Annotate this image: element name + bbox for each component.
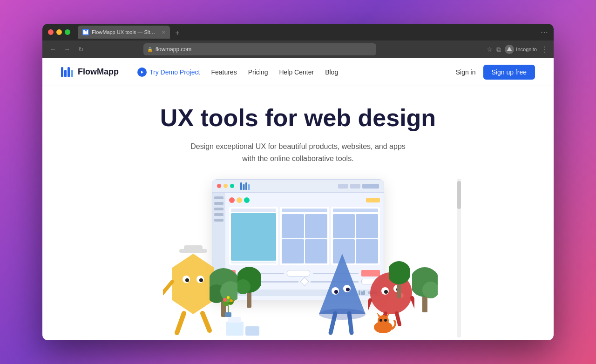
svg-marker-59 [377,312,380,317]
mockup-card [229,207,278,265]
svg-rect-49 [247,291,251,308]
traffic-lights [48,29,70,35]
character-blue-triangle [317,249,368,337]
svg-rect-72 [245,326,259,336]
svg-rect-52 [422,296,427,312]
svg-point-20 [199,278,203,282]
mockup-sidebar-icon [214,219,224,222]
svg-rect-7 [71,70,73,77]
svg-point-61 [379,319,382,322]
mockup-sidebar-icon [214,196,224,199]
mockup-max-dot [230,184,234,188]
svg-rect-26 [184,245,203,251]
svg-rect-10 [243,184,245,190]
hero-title: UX tools for web design [160,105,436,131]
address-right-actions: ☆ ⧉ Incognito ⋮ [487,45,548,54]
svg-rect-6 [68,67,70,77]
tree-right-2 [389,256,410,300]
address-bar: ← → ↻ 🔒 flowmapp.com ☆ ⧉ Incognito ⋮ [42,40,554,58]
help-center-link[interactable]: Help Center [279,68,314,76]
svg-marker-8 [141,71,143,74]
sign-in-button[interactable]: Sign in [456,68,476,76]
tree-left-2 [237,261,261,310]
logo-text: FlowMapp [78,67,119,77]
svg-line-23 [163,282,172,296]
website-content: FlowMapp Try Demo Project Features Prici… [42,58,554,340]
logo[interactable]: FlowMapp [61,67,119,77]
svg-point-31 [346,288,350,291]
svg-point-56 [389,261,410,284]
new-tab-button[interactable]: + [172,27,183,39]
svg-rect-0 [83,30,85,34]
mockup-sidebar-icon [214,208,224,210]
cat-decoration [370,312,396,335]
svg-rect-1 [85,31,87,34]
incognito-icon [505,45,514,54]
hero-illustration [135,179,461,337]
svg-rect-5 [64,70,67,77]
mockup-logo [240,182,251,190]
svg-rect-55 [397,284,401,298]
svg-line-21 [177,313,184,333]
incognito-label: Incognito [516,47,537,52]
svg-rect-4 [61,67,63,77]
mockup-sidebar-icon [214,213,224,216]
features-link[interactable]: Features [211,68,237,76]
svg-marker-16 [172,254,214,314]
tab-close-button[interactable]: ✕ [162,30,165,35]
url-text: flowmapp.com [156,46,191,53]
close-button[interactable] [48,29,54,35]
tab-title: FlowMapp UX tools — Sitema... [92,29,157,35]
sign-up-button[interactable]: Sign up free [483,65,535,80]
forward-button[interactable]: → [62,44,72,54]
svg-line-44 [397,313,400,324]
svg-rect-12 [248,184,250,190]
url-bar[interactable]: 🔒 flowmapp.com [143,43,376,55]
svg-point-30 [334,290,338,294]
mockup-titlebar [212,180,384,193]
svg-point-38 [384,290,388,294]
svg-marker-27 [319,254,366,314]
scrollbar-thumb[interactable] [457,181,461,209]
svg-point-68 [223,298,227,302]
hero-section: UX tools for web design Design exception… [42,86,554,340]
svg-point-69 [230,299,233,302]
hero-subtitle: Design exceptional UX for beautiful prod… [190,141,406,164]
browser-tab[interactable]: FlowMapp UX tools — Sitema... ✕ [78,26,170,39]
blog-link[interactable]: Blog [325,68,338,76]
svg-rect-11 [245,182,247,190]
tree-right-1 [412,261,438,314]
demo-icon [137,67,147,77]
podium-left [226,312,263,337]
browser-window: FlowMapp UX tools — Sitema... ✕ + ⋯ ← → … [42,24,554,340]
svg-rect-9 [240,182,242,190]
svg-point-70 [227,296,230,299]
svg-point-34 [319,309,366,320]
bookmark-icon[interactable]: ☆ [487,46,493,53]
scrollbar[interactable] [457,179,461,337]
site-navigation: FlowMapp Try Demo Project Features Prici… [42,58,554,86]
back-button[interactable]: ← [48,44,58,54]
svg-point-58 [378,315,389,326]
window-controls-right: ⋯ [541,28,548,37]
svg-rect-71 [226,322,244,336]
nav-links: Try Demo Project Features Pricing Help C… [137,67,338,77]
svg-rect-73 [228,317,241,323]
pricing-link[interactable]: Pricing [248,68,268,76]
demo-project-link[interactable]: Try Demo Project [137,67,200,77]
lock-icon: 🔒 [147,47,153,52]
tab-switcher-icon[interactable]: ⧉ [496,46,501,54]
nav-actions: Sign in Sign up free [456,65,535,80]
mockup-close-dot [217,184,221,188]
minimize-button[interactable] [56,29,62,35]
title-bar: FlowMapp UX tools — Sitema... ✕ + ⋯ [42,24,554,40]
logo-icon [61,67,74,77]
svg-point-62 [384,319,387,322]
maximize-button[interactable] [65,29,70,35]
mockup-toolbar [229,196,380,204]
refresh-button[interactable]: ↻ [76,44,86,54]
svg-line-22 [203,313,210,330]
chrome-menu-icon[interactable]: ⋮ [541,45,548,54]
svg-line-41 [368,300,370,312]
tab-favicon [82,29,89,35]
